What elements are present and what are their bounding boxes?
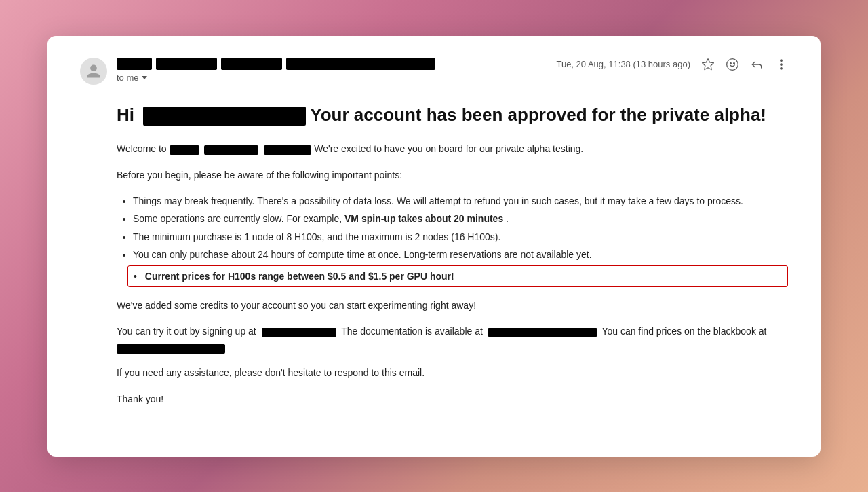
bullet-item-3: The minimum purchase is 1 node of 8 H100… [133, 229, 788, 244]
more-options-button[interactable] [774, 58, 788, 71]
blackbook-url-redacted [117, 344, 225, 354]
bullet-item-4: You can only purchase about 24 hours of … [133, 247, 788, 262]
bullet1-text: Things may break frequently. There's a p… [133, 195, 743, 206]
bullet2-start: Some operations are currently slow. For … [133, 213, 342, 224]
sender-name-row [117, 58, 435, 70]
svg-point-6 [781, 67, 783, 69]
email-header: to me Tue, 20 Aug, 11:38 (13 hours ago) [80, 58, 788, 85]
try-it-paragraph: You can try it out by signing up at The … [117, 324, 788, 354]
chevron-down-icon [142, 76, 147, 79]
emoji-icon [726, 58, 739, 71]
company-redacted-1 [170, 145, 199, 155]
svg-marker-0 [703, 58, 714, 69]
more-vertical-icon [774, 58, 788, 71]
sender-name-redacted-3 [221, 58, 282, 70]
email-card: to me Tue, 20 Aug, 11:38 (13 hours ago) [47, 36, 821, 457]
star-icon [701, 58, 715, 71]
try-it-start: You can try it out by signing up at [117, 326, 256, 337]
person-icon [85, 63, 102, 79]
sender-info: to me [117, 58, 435, 83]
svg-point-1 [727, 58, 738, 70]
to-me-label[interactable]: to me [117, 73, 435, 83]
welcome-start: Welcome to [117, 143, 167, 154]
bullet3-text: The minimum purchase is 1 node of 8 H100… [133, 231, 500, 242]
bullet2-end: . [506, 213, 509, 224]
bullet-item-1: Things may break frequently. There's a p… [133, 193, 788, 208]
bullet4-text: You can only purchase about 24 hours of … [133, 249, 592, 260]
title-hi: Hi [117, 105, 139, 125]
svg-point-5 [781, 63, 783, 65]
email-title: Hi Your account has been approved for th… [117, 104, 788, 127]
header-actions: Tue, 20 Aug, 11:38 (13 hours ago) [556, 58, 788, 71]
bullet-item-2: Some operations are currently slow. For … [133, 211, 788, 226]
welcome-end: We're excited to have you on board for o… [314, 143, 583, 154]
company-redacted-3 [264, 145, 311, 155]
svg-point-4 [781, 59, 783, 61]
signup-url-redacted [262, 328, 336, 337]
sender-name-redacted-4 [286, 58, 435, 70]
docs-url-redacted [488, 328, 597, 337]
avatar [80, 58, 107, 85]
to-me-text: to me [117, 73, 139, 83]
bullet2-bold: VM spin-up takes about 20 minutes [344, 213, 503, 224]
reply-icon [750, 58, 764, 71]
svg-point-3 [734, 62, 735, 64]
before-begin-paragraph: Before you begin, please be aware of the… [117, 168, 788, 183]
welcome-paragraph: Welcome to We're excited to have you on … [117, 141, 788, 156]
sender-name-redacted-1 [117, 58, 152, 70]
bullet5-text: Current prices for H100s range between $… [145, 271, 454, 282]
star-button[interactable] [701, 58, 715, 71]
emoji-button[interactable] [726, 58, 739, 71]
reply-button[interactable] [750, 58, 764, 71]
try-it-end: You can find prices on the blackbook at [601, 326, 766, 337]
email-timestamp: Tue, 20 Aug, 11:38 (13 hours ago) [556, 59, 690, 69]
sender-name-redacted-2 [156, 58, 217, 70]
bullet-list: Things may break frequently. There's a p… [133, 193, 788, 287]
assistance-paragraph: If you need any assistance, please don't… [117, 365, 788, 380]
title-rest: Your account has been approved for the p… [310, 105, 766, 125]
sender-section: to me [80, 58, 435, 85]
credits-paragraph: We've added some credits to your account… [117, 298, 788, 313]
thank-you-paragraph: Thank you! [117, 392, 788, 406]
recipient-name-redacted [143, 107, 306, 126]
svg-point-2 [730, 62, 732, 64]
try-it-middle: The documentation is available at [341, 326, 483, 337]
company-redacted-2 [204, 145, 258, 155]
bullet-item-5-highlighted: Current prices for H100s range between $… [127, 265, 788, 287]
email-body: Hi Your account has been approved for th… [80, 104, 788, 406]
